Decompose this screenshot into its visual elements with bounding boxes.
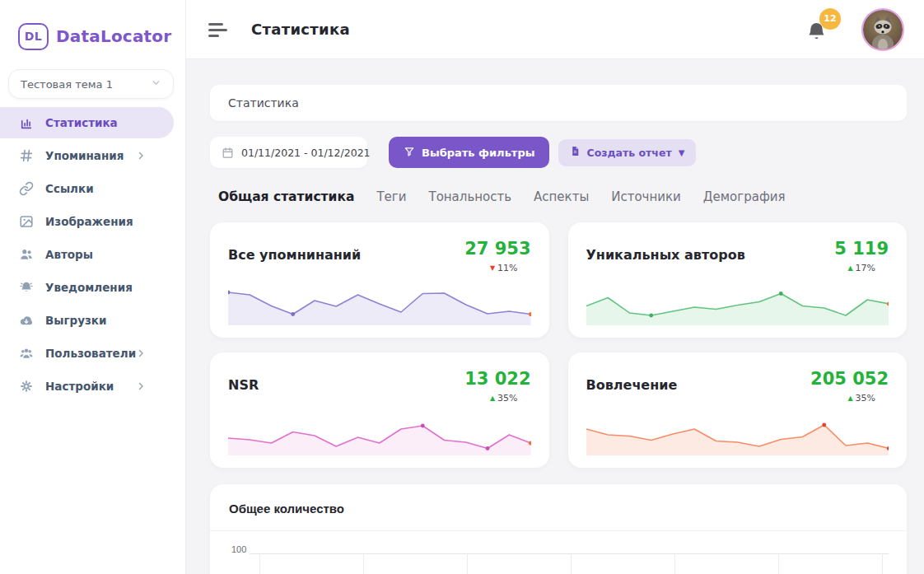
chevron-right-icon	[136, 348, 146, 358]
total-count-chart: 100	[210, 531, 907, 574]
sidebar-item-exports[interactable]: Выгрузки	[0, 305, 185, 336]
report-document-icon	[570, 146, 581, 159]
stat-card-value: 205 052	[810, 371, 889, 388]
date-range-value: 01/11/2021 - 01/12/2021	[241, 147, 371, 159]
triangle-up-icon: ▲	[490, 394, 495, 402]
sidebar-item-label: Пользователи	[45, 347, 136, 360]
chevron-right-icon	[136, 381, 146, 391]
tab-tags[interactable]: Теги	[376, 189, 406, 204]
sidebar-item-label: Авторы	[45, 248, 93, 261]
sidebar-item-links[interactable]: Ссылки	[0, 173, 185, 204]
stat-card-change: ▲35%	[464, 393, 530, 404]
sidebar-menu: СтатистикаУпоминанияСсылкиИзображенияАвт…	[0, 107, 185, 402]
sparkline-chart	[228, 280, 531, 326]
sidebar-item-label: Выгрузки	[45, 314, 106, 327]
users-icon	[18, 246, 35, 263]
triangle-down-icon: ▼	[490, 264, 495, 272]
gear-icon	[18, 378, 35, 394]
tab-sources[interactable]: Источники	[611, 189, 681, 204]
funnel-icon	[404, 146, 415, 160]
content: Статистика 01/11/2021 - 01/12/2021 Выбра…	[186, 59, 924, 574]
sparkline-chart	[586, 410, 889, 456]
stat-card-change: ▼11%	[464, 263, 530, 273]
sparkline-chart	[228, 410, 531, 456]
bell-ring-icon	[18, 279, 35, 296]
link-icon	[18, 180, 35, 197]
sidebar-item-settings[interactable]: Настройки	[0, 371, 185, 402]
chevron-down-icon	[151, 77, 161, 91]
create-report-button[interactable]: Создать отчет ▼	[558, 139, 696, 166]
grid-line	[882, 553, 883, 574]
statistics-tabs: Общая статистикаТегиТональностьАспектыИс…	[210, 189, 907, 204]
chevron-right-icon	[136, 151, 146, 161]
stat-card-change: ▲17%	[834, 263, 889, 273]
stat-card-value: 27 953	[464, 240, 530, 258]
sidebar-item-label: Ссылки	[45, 182, 94, 195]
brand-logo[interactable]: DL DataLocator	[0, 0, 185, 58]
sparkline-chart	[586, 280, 889, 326]
brand-logo-icon: DL	[18, 23, 49, 50]
topic-select[interactable]: Тестовая тема 1	[8, 69, 174, 99]
sidebar-item-label: Уведомления	[45, 281, 133, 294]
sidebar-item-notifications[interactable]: Уведомления	[0, 272, 185, 303]
stat-card-title: NSR	[228, 377, 259, 393]
sidebar-item-label: Упоминания	[45, 149, 124, 162]
sidebar-item-images[interactable]: Изображения	[0, 206, 185, 237]
filter-controls: 01/11/2021 - 01/12/2021 Выбрать фильтры …	[210, 137, 907, 168]
stat-card-change: ▲35%	[810, 393, 889, 404]
stat-card-3: NSR13 022▲35%	[210, 352, 549, 468]
cloud-download-icon	[18, 312, 35, 329]
grid-line	[259, 553, 260, 574]
stat-card-4: Вовлечение205 052▲35%	[568, 352, 908, 468]
hash-icon	[18, 147, 35, 164]
grid-line	[674, 553, 675, 574]
main-area: Статистика 12	[186, 0, 924, 574]
sidebar-item-label: Статистика	[45, 116, 118, 129]
total-count-card: Общее количество 100	[210, 484, 907, 574]
stat-card-title: Все упомнинаний	[228, 247, 361, 263]
brand-name: DataLocator	[56, 26, 171, 46]
sidebar-item-mentions[interactable]: Упоминания	[0, 140, 185, 171]
tab-general[interactable]: Общая статистика	[218, 189, 354, 204]
total-count-title: Общее количество	[210, 484, 907, 516]
tab-sentiment[interactable]: Тональность	[428, 189, 511, 204]
stat-card-1: Все упомнинаний27 953▼11%	[210, 222, 549, 338]
tab-demography[interactable]: Демография	[703, 189, 786, 204]
sidebar-item-authors[interactable]: Авторы	[0, 239, 185, 270]
app-root: DL DataLocator Тестовая тема 1 Статистик…	[0, 0, 924, 574]
grid-line	[363, 553, 364, 574]
avatar[interactable]	[861, 8, 904, 51]
grid-line	[571, 553, 572, 574]
choose-filters-button[interactable]: Выбрать фильтры	[389, 137, 549, 168]
triangle-up-icon: ▲	[847, 394, 852, 402]
grid-line	[467, 553, 468, 574]
bar-chart-icon	[18, 114, 35, 131]
notifications-button[interactable]: 12	[806, 21, 827, 46]
stat-card-value: 5 119	[834, 240, 889, 258]
date-range-input[interactable]: 01/11/2021 - 01/12/2021	[210, 137, 367, 168]
sidebar-item-statistics[interactable]: Статистика	[0, 107, 174, 138]
menu-toggle-icon[interactable]	[208, 23, 228, 37]
calendar-icon	[222, 147, 234, 159]
tab-aspects[interactable]: Аспекты	[534, 189, 589, 204]
stat-card-title: Вовлечение	[586, 377, 678, 393]
grid-line	[778, 553, 779, 574]
stat-card-2: Уникальных авторов5 119▲17%	[568, 222, 908, 338]
notifications-badge: 12	[819, 8, 841, 30]
breadcrumb-label: Статистика	[228, 96, 299, 110]
x-axis-line	[250, 553, 889, 554]
topbar: Статистика 12	[186, 0, 924, 59]
sidebar: DL DataLocator Тестовая тема 1 Статистик…	[0, 0, 186, 574]
image-icon	[18, 213, 35, 230]
stat-card-title: Уникальных авторов	[586, 247, 745, 263]
sidebar-item-users[interactable]: Пользователи	[0, 338, 185, 369]
users-group-icon	[18, 345, 35, 362]
caret-down-icon: ▼	[679, 148, 685, 157]
page-title: Статистика	[251, 21, 350, 38]
breadcrumb: Статистика	[210, 85, 907, 121]
stat-cards-grid: Все упомнинаний27 953▼11%Уникальных авто…	[210, 222, 907, 468]
y-axis-tick-100: 100	[231, 544, 246, 554]
raccoon-avatar-image	[863, 10, 903, 49]
triangle-up-icon: ▲	[847, 264, 852, 272]
sidebar-item-label: Настройки	[45, 380, 114, 393]
